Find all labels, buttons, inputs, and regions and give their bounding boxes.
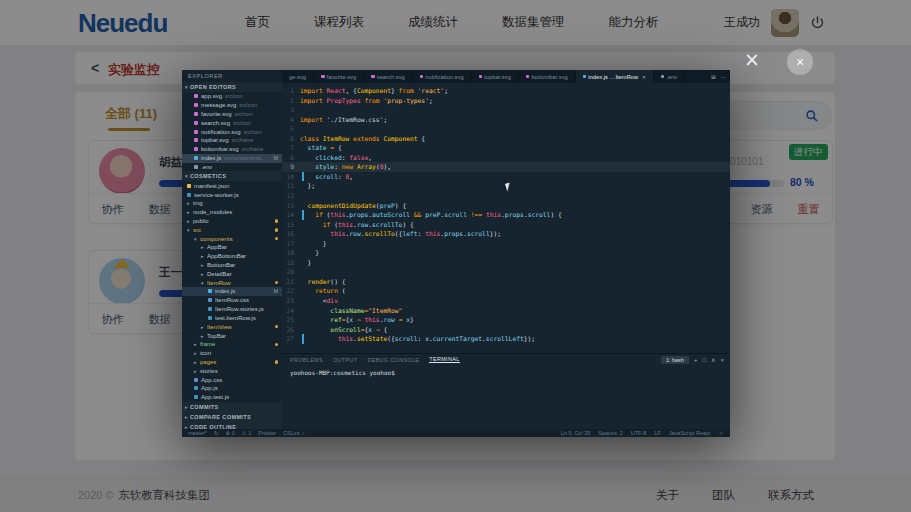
file-path: src/icon [244,129,262,135]
open-editor-item: favorite.svgsrc/icon [182,110,282,119]
code-line: 7 state = { [282,143,730,153]
js2-file-icon [208,307,212,311]
js2-file-icon [208,316,212,320]
line-number: 26 [282,325,300,335]
tab-label: ge.svg [289,74,306,80]
editor-tab: notification.svg [413,70,472,83]
file-name: test.ItemRow.js [215,315,256,321]
folder-item: ▾ItemRow [182,278,282,287]
code-line: 20 [282,267,730,277]
file-item: manifest.json [182,181,282,190]
modal-close-icon[interactable]: × [744,50,760,69]
code-text: if (this.props.autoScroll && preP.scroll… [300,210,562,220]
code-text: className="ItemRow" [300,306,402,316]
editor-tab: bottombar.svg [519,70,576,83]
code-text: onScroll={x ⇒ { [300,325,387,335]
code-line: 2import PropTypes from 'prop-types'; [282,96,730,106]
file-item: ItemRow.css [182,296,282,305]
folder-item: ▸frame [182,340,282,349]
editor-tab: index.js …ItemRow× [576,70,654,83]
code-line: 13 componentDidUpdate(preP) { [282,201,730,211]
sidebar-section: ▸COMPARE COMMITS [182,412,282,422]
file-path: src/icon [233,120,251,126]
file-name: index.js [201,155,221,161]
line-number: 4 [282,115,300,125]
js2-file-icon [194,395,198,399]
line-number: 5 [282,124,300,134]
git-gutter-mark [302,334,304,344]
svg-file-icon [194,112,198,116]
code-editor: 1import React, {Component} from 'react';… [282,83,730,353]
status-item: ⊗ 0 [226,430,235,436]
file-name: AppBottomBar [207,253,246,259]
code-text: class ItemRow extends Component { [300,134,425,144]
line-number: 2 [282,96,300,106]
vscode-editor-area: ge.svgfavorite.svgsearch.svgnotification… [282,70,730,429]
modified-badge: M [273,288,278,294]
file-name: node_modules [193,209,232,215]
file-name: ItemRow [207,280,231,286]
file-path: src/components… [224,155,266,161]
file-name: topbar.svg [201,137,229,143]
student-screen-view[interactable]: EXPLORER ▾OPEN EDITORS app.svgsrc/iconme… [182,70,730,437]
file-path: src/icon [225,93,243,99]
file-name: components [200,236,233,242]
vscode-status-bar: master*↻⊗ 0⚠ 1PrettierCSLint ✓ Ln 9, Col… [182,429,730,437]
status-item: ☺ [718,430,724,436]
file-path: src/icon [235,111,253,117]
file-name: search.svg [201,120,230,126]
code-text: clicked: false, [300,153,372,163]
line-number: 6 [282,134,300,144]
line-number: 14 [282,210,300,220]
code-line: 15 if (this.row.scrollTo) { [282,220,730,230]
file-name: message.svg [201,102,236,108]
code-line: 18 } [282,248,730,258]
git-gutter-mark [302,210,304,220]
code-line: 24 className="ItemRow" [282,306,730,316]
env-file-icon [194,165,198,169]
file-name: .env [201,164,212,170]
code-line: 10 scroll: 0, [282,172,730,182]
code-line: 21 render() { [282,277,730,287]
line-number: 1 [282,86,300,96]
js-file-icon [583,75,587,79]
code-text: import React, {Component} from 'react'; [300,86,448,96]
file-name: ItemRow.css [215,297,249,303]
svg-file-icon [420,75,424,79]
code-text: this.row.scrollTo({left: this.props.scro… [300,229,501,239]
file-name: icon [200,350,211,356]
file-name: BottomBar [207,262,235,268]
code-line: 4import './ItemRow.css'; [282,115,730,125]
sidebar-section: ▸COMMITS [182,402,282,412]
tab-label: bottombar.svg [531,74,567,80]
folder-item: ▸DetailBar [182,269,282,278]
line-number: 20 [282,267,300,277]
shell-select: 1: bash [661,356,689,364]
status-item: master* [188,430,207,436]
folder-item: ▸ItemView [182,322,282,331]
js-file-icon [208,289,212,293]
line-number: 27 [282,334,300,344]
line-number: 19 [282,258,300,268]
viewer-close-button[interactable]: × [787,49,813,75]
code-line: 25 ref={x ⇒ this.row = x} [282,315,730,325]
js-file-icon [194,156,198,160]
code-text: <div [300,296,338,306]
code-text: return ( [300,286,346,296]
code-line: 5 [282,124,730,134]
file-name: favorite.svg [201,111,232,117]
code-line: 6class ItemRow extends Component { [282,134,730,144]
file-name: src [193,227,201,233]
code-text: }; [300,181,315,191]
git-modified-dot [275,360,279,364]
code-text: } [300,248,319,258]
line-number: 17 [282,239,300,249]
editor-tab: ge.svg [282,70,314,83]
folder-item: ▸stories [182,366,282,375]
code-text: if (this.row.scrollTo) { [300,220,414,230]
status-item: Ln 9, Col 25 [561,430,591,436]
file-name: AppBar [207,244,227,250]
editor-tab-bar: ge.svgfavorite.svgsearch.svgnotification… [282,70,730,83]
folder-item: ▾src [182,225,282,234]
modified-badge: M [273,155,278,161]
